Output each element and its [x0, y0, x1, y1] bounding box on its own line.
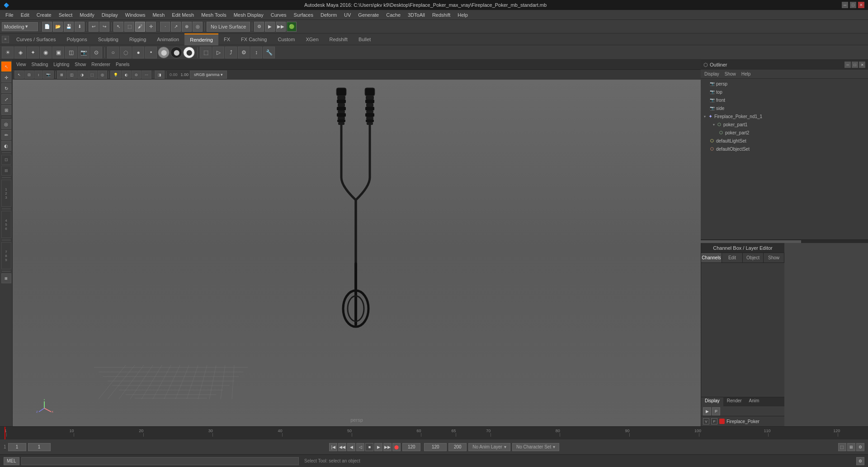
outliner-scrollbar[interactable] [701, 239, 868, 243]
tab-xgen[interactable]: XGen [300, 33, 324, 45]
prev-key-button[interactable]: ◀◀ [338, 443, 346, 451]
dark-sphere-icon[interactable]: ⬤ [170, 47, 182, 58]
render-icon2[interactable]: ▷ [212, 47, 224, 58]
layers-tab-render[interactable]: Render [723, 397, 745, 406]
circle2-tool-icon[interactable]: ◌ [120, 47, 132, 58]
outliner-item-front[interactable]: 📷 front [701, 96, 868, 104]
sculpt-tool[interactable]: ◐ [1, 141, 11, 151]
area-light-icon[interactable]: ▣ [52, 47, 64, 58]
layers-tab-anim[interactable]: Anim [745, 397, 763, 406]
play-button[interactable]: ▶ [374, 443, 382, 451]
cb-tab-show[interactable]: Show [764, 253, 784, 262]
maximize-button[interactable]: □ [850, 2, 856, 8]
vp-lights-btn[interactable]: 💡 [110, 71, 121, 79]
tab-sculpting[interactable]: Sculpting [93, 33, 124, 45]
vp-menu-panels[interactable]: Panels [114, 61, 132, 68]
snap-grid-button[interactable]: ⋅ [160, 22, 170, 32]
vp-ao-btn[interactable]: ⊙ [132, 71, 141, 79]
vp-shade-btn[interactable]: ◑ [77, 71, 87, 79]
rotate-tool[interactable]: ↻ [1, 83, 11, 93]
tab-menu-button[interactable]: ≡ [2, 36, 9, 43]
outliner-content[interactable]: 📷 persp 📷 top 📷 front [701, 79, 868, 239]
paint-select-button[interactable]: 🖌 [135, 22, 145, 32]
single-view-btn[interactable]: ⬚ [838, 443, 846, 451]
tab-rigging[interactable]: Rigging [124, 33, 151, 45]
outliner-close[interactable]: ✕ [859, 62, 865, 68]
tab-rendering[interactable]: Rendering [184, 33, 218, 45]
texture-icon[interactable]: ⬚ [200, 47, 212, 58]
menu-mesh[interactable]: Mesh [149, 11, 168, 19]
outliner-item-part1[interactable]: ▼ ⬡ poker_part1 [701, 120, 868, 129]
vp-wireframe-btn[interactable]: ◫ [67, 71, 77, 79]
viewport[interactable]: View Shading Lighting Show Renderer Pane… [13, 60, 701, 426]
vp-antialias-btn[interactable]: ⋯ [142, 71, 151, 79]
menu-curves[interactable]: Curves [267, 11, 290, 19]
four-view-btn[interactable]: ⊞ [847, 443, 855, 451]
ambient-light-icon[interactable]: ☀ [2, 47, 14, 58]
layer-visibility[interactable]: V [703, 418, 709, 424]
no-live-surface-button[interactable]: No Live Surface [207, 22, 250, 32]
extra-btn[interactable]: ⊠ [1, 273, 11, 283]
circle-tool-icon[interactable]: ○ [107, 47, 119, 58]
menu-cache[interactable]: Cache [382, 11, 404, 19]
outliner-item-lightset[interactable]: ⬡ defaultLightSet [701, 137, 868, 145]
vp-grid-btn[interactable]: ⊞ [57, 71, 66, 79]
save-file-button[interactable]: 💾 [64, 22, 74, 32]
vp-menu-view[interactable]: View [14, 61, 28, 68]
transform-tool[interactable]: ⊞ [1, 105, 11, 115]
cb-tab-channels[interactable]: Channels [701, 253, 722, 262]
outliner-item-persp[interactable]: 📷 persp [701, 80, 868, 88]
tab-curves-surfaces[interactable]: Curves / Surfaces [11, 33, 61, 45]
new-file-button[interactable]: 📄 [42, 22, 52, 32]
small-sphere-icon[interactable]: • [145, 47, 157, 58]
settings-btn2[interactable]: ⚙ [856, 443, 864, 451]
go-start-button[interactable]: |◀ [329, 443, 337, 451]
vp-xray-btn[interactable]: ◎ [98, 71, 107, 79]
cb-tab-edit[interactable]: Edit [722, 253, 743, 262]
outliner-menu-display[interactable]: Display [703, 71, 721, 77]
frame-end-input[interactable] [402, 443, 420, 451]
vp-shadow-btn[interactable]: ◐ [122, 71, 131, 79]
vp-texture-btn[interactable]: ⬚ [87, 71, 97, 79]
outliner-item-objectset[interactable]: ⬡ defaultObjectSet [701, 145, 868, 153]
vp-tool-btn1[interactable]: ↖ [14, 71, 24, 79]
vp-menu-lighting[interactable]: Lighting [52, 61, 71, 68]
frame-start-input[interactable] [8, 443, 26, 451]
cb-tab-object[interactable]: Object [743, 253, 764, 262]
close-button[interactable]: ✕ [858, 2, 864, 8]
play-back-button[interactable]: ◁ [356, 443, 364, 451]
outliner-menu-help[interactable]: Help [740, 71, 753, 77]
skydome-icon[interactable]: ⊙ [90, 47, 102, 58]
layers-tab-display[interactable]: Display [701, 397, 723, 406]
import-button[interactable]: ⬇ [75, 22, 85, 32]
vp-menu-renderer[interactable]: Renderer [90, 61, 112, 68]
vp-color-space[interactable]: sRGB gamma ▾ [190, 71, 227, 79]
menu-surfaces[interactable]: Surfaces [290, 11, 317, 19]
menu-help[interactable]: Help [454, 11, 472, 19]
vp-camera-btn[interactable]: 📷 [43, 71, 54, 79]
workspace-dropdown[interactable]: Modeling ▾ [2, 22, 38, 31]
undo-button[interactable]: ↩ [89, 22, 99, 32]
render-button[interactable]: ▶ [265, 22, 275, 32]
menu-create[interactable]: Create [33, 11, 55, 19]
outliner-item-part2[interactable]: ⬡ poker_part2 [701, 129, 868, 137]
volume-light-icon[interactable]: ◫ [65, 47, 77, 58]
render-sphere-icon[interactable]: ⬤ [158, 47, 170, 58]
status-settings-btn[interactable]: ⚙ [856, 457, 864, 465]
menu-edit[interactable]: Edit [17, 11, 33, 19]
layer-item[interactable]: V P Fireplace_Poker [701, 416, 784, 426]
snap-point-button[interactable]: ⊕ [182, 22, 192, 32]
timeline-ruler[interactable]: 1 10 20 30 40 50 60 65 70 [0, 427, 868, 439]
lasso-tool-button[interactable]: ⬚ [124, 22, 134, 32]
minimize-button[interactable]: ─ [842, 2, 848, 8]
vp-tool-btn3[interactable]: ↕ [34, 71, 42, 79]
directional-light-icon[interactable]: ◈ [14, 47, 26, 58]
no-anim-layer[interactable]: No Anim Layer ▾ [468, 443, 510, 451]
menu-uv[interactable]: UV [340, 11, 354, 19]
select-tool-button[interactable]: ↖ [113, 22, 123, 32]
outliner-maximize[interactable]: □ [852, 62, 858, 68]
sphere-tool-icon[interactable]: ● [132, 47, 144, 58]
menu-file[interactable]: File [2, 11, 17, 19]
outliner-item-top[interactable]: 📷 top [701, 88, 868, 96]
tab-fx-caching[interactable]: FX Caching [236, 33, 272, 45]
